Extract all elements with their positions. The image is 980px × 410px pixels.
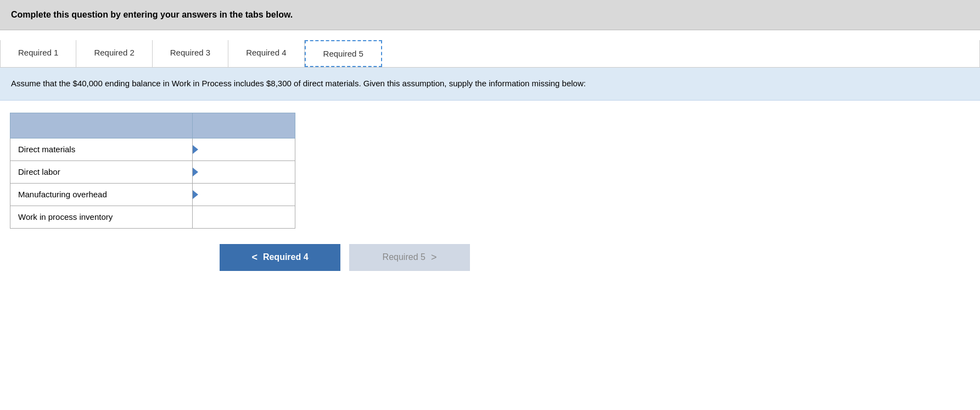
tab-content-area: Assume that the $40,000 ending balance i… [0,68,980,101]
table-row: Direct labor [10,160,295,183]
input-cell-work-in-process[interactable] [193,206,295,228]
input-manufacturing-overhead[interactable] [193,184,295,206]
input-cell-manufacturing-overhead[interactable] [193,183,295,206]
next-button[interactable]: Required 5 > [349,244,470,271]
row-label-work-in-process: Work in process inventory [10,206,193,228]
prev-chevron-icon: < [251,252,257,263]
content-description: Assume that the $40,000 ending balance i… [11,79,586,88]
instruction-text: Complete this question by entering your … [11,10,293,19]
table-header-col2 [193,113,295,138]
tab-required-4[interactable]: Required 4 [228,40,304,67]
row-label-direct-labor: Direct labor [10,160,193,183]
row-label-manufacturing-overhead: Manufacturing overhead [10,183,193,206]
input-cell-direct-materials[interactable] [193,138,295,160]
next-button-label: Required 5 [383,252,425,262]
prev-button-label: Required 4 [263,252,309,262]
table-header-col1 [10,113,193,138]
input-direct-materials[interactable] [193,138,295,160]
input-cell-direct-labor[interactable] [193,160,295,183]
nav-buttons: < Required 4 Required 5 > [220,244,980,271]
data-table: Direct materials Direct labor Manufa [10,113,295,229]
triangle-indicator [193,168,198,176]
input-work-in-process[interactable] [193,206,295,228]
table-row: Manufacturing overhead [10,183,295,206]
data-table-wrapper: Direct materials Direct labor Manufa [10,113,980,229]
tab-required-2[interactable]: Required 2 [76,40,152,67]
table-row: Direct materials [10,138,295,160]
tab-required-5[interactable]: Required 5 [305,40,382,67]
triangle-indicator [193,145,198,154]
instruction-bar: Complete this question by entering your … [0,0,980,30]
tabs-container: Required 1 Required 2 Required 3 Require… [0,40,980,68]
table-row: Work in process inventory [10,206,295,228]
tab-required-1[interactable]: Required 1 [1,40,76,67]
input-direct-labor[interactable] [193,161,295,183]
tab-required-3[interactable]: Required 3 [153,40,228,67]
next-chevron-icon: > [431,252,437,263]
triangle-indicator [193,190,198,199]
prev-button[interactable]: < Required 4 [220,244,340,271]
row-label-direct-materials: Direct materials [10,138,193,160]
